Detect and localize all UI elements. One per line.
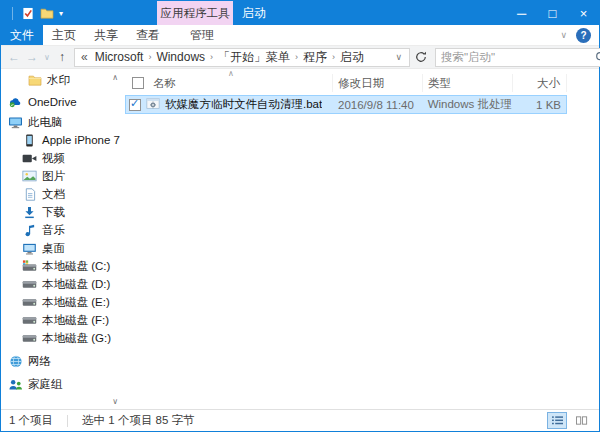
divider bbox=[12, 7, 13, 20]
selection-info: 选中 1 个项目 85 字节 bbox=[82, 413, 194, 428]
video-icon bbox=[22, 153, 37, 164]
properties-check-icon bbox=[22, 7, 34, 20]
sidebar-item[interactable]: 图片 bbox=[1, 167, 121, 185]
folder-icon bbox=[27, 74, 42, 86]
title-bar: ▾ 应用程序工具 启动 ─ □ × bbox=[1, 1, 599, 25]
contextual-tab-group-header: 应用程序工具 bbox=[157, 1, 233, 25]
large-icons-view-icon bbox=[575, 415, 588, 426]
sidebar-item-label: 图片 bbox=[42, 169, 65, 184]
sidebar-item-label: 本地磁盘 (F:) bbox=[42, 313, 109, 328]
breadcrumb-item[interactable]: 程序 bbox=[299, 49, 331, 66]
sidebar-item[interactable]: 本地磁盘 (D:) bbox=[1, 275, 121, 293]
breadcrumb-item[interactable]: 「开始」菜单 bbox=[214, 49, 294, 66]
back-button[interactable]: ← bbox=[5, 50, 23, 64]
item-count: 1 个项目 bbox=[9, 413, 53, 428]
refresh-icon bbox=[415, 51, 427, 63]
minimize-button[interactable]: ─ bbox=[506, 1, 537, 25]
breadcrumb-item[interactable]: Windows bbox=[152, 50, 209, 64]
forward-button[interactable]: → bbox=[23, 50, 41, 64]
column-header-1[interactable]: 修改日期 bbox=[333, 74, 423, 92]
refresh-button[interactable] bbox=[411, 48, 431, 67]
help-icon[interactable]: ? bbox=[576, 28, 591, 43]
sidebar-scroll-up-icon[interactable]: ∧ bbox=[112, 74, 118, 82]
address-bar[interactable]: «Microsoft›Windows›「开始」菜单›程序›启动 ∨ bbox=[74, 48, 410, 67]
qat-new-folder-button[interactable] bbox=[37, 3, 56, 23]
tab-manage[interactable]: 管理 bbox=[181, 25, 223, 45]
sidebar-item-label: 本地磁盘 (D:) bbox=[42, 277, 110, 292]
breadcrumb-item[interactable]: 启动 bbox=[336, 49, 368, 66]
sidebar-item-label: 此电脑 bbox=[28, 115, 63, 130]
ribbon-right-controls: ∨ ? bbox=[560, 25, 591, 45]
picture-icon bbox=[22, 170, 37, 182]
drive-icon bbox=[22, 316, 37, 325]
sidebar-item-label: 视频 bbox=[42, 151, 65, 166]
drive-icon bbox=[22, 280, 37, 289]
column-header-label: 修改日期 bbox=[338, 76, 384, 91]
navigation-pane: 水印OneDrive此电脑Apple iPhone 7视频图片文档下载音乐桌面本… bbox=[1, 69, 121, 409]
file-list-pane: ∧ 名称修改日期类型大小 软媒魔方临时文件自动清理.bat2016/9/8 11… bbox=[121, 69, 599, 409]
bat-file-icon bbox=[146, 97, 160, 113]
onedrive-icon bbox=[8, 96, 23, 108]
new-folder-icon bbox=[40, 7, 54, 19]
column-header-label: 名称 bbox=[153, 76, 176, 91]
close-button[interactable]: × bbox=[568, 1, 599, 25]
breadcrumb-overflow-icon[interactable]: « bbox=[78, 50, 91, 64]
expand-ribbon-chevron-icon[interactable]: ∨ bbox=[560, 30, 567, 40]
sidebar-item-label: OneDrive bbox=[28, 96, 77, 108]
sidebar-item[interactable]: 水印 bbox=[1, 71, 121, 89]
row-checkbox[interactable] bbox=[129, 99, 141, 111]
sidebar-item[interactable]: 本地磁盘 (C:) bbox=[1, 257, 121, 275]
column-header-3[interactable]: 大小 bbox=[513, 74, 567, 92]
sidebar-item[interactable]: 此电脑 bbox=[1, 113, 121, 131]
sidebar-item[interactable]: 本地磁盘 (E:) bbox=[1, 293, 121, 311]
up-button[interactable]: ↑ bbox=[53, 50, 71, 64]
file-name: 软媒魔方临时文件自动清理.bat bbox=[165, 97, 322, 112]
large-icons-view-button[interactable] bbox=[571, 412, 591, 429]
column-header-row: ∧ 名称修改日期类型大小 bbox=[125, 71, 599, 95]
breadcrumb-item[interactable]: Microsoft bbox=[91, 50, 148, 64]
tab-2[interactable]: 查看 bbox=[127, 25, 169, 45]
file-size: 1 KB bbox=[512, 99, 566, 111]
details-view-button[interactable] bbox=[547, 412, 567, 429]
tab-file[interactable]: 文件 bbox=[1, 25, 43, 45]
sidebar-scroll-down-icon[interactable]: ∨ bbox=[112, 398, 118, 406]
divider bbox=[67, 415, 68, 427]
file-rows: 软媒魔方临时文件自动清理.bat2016/9/8 11:40Windows 批处… bbox=[125, 95, 599, 114]
sidebar-item[interactable]: 网络 bbox=[1, 352, 121, 370]
qat-properties-button[interactable] bbox=[18, 3, 37, 23]
desktop-icon bbox=[22, 242, 37, 255]
sidebar-item-label: 音乐 bbox=[42, 223, 65, 238]
sidebar-item[interactable]: Apple iPhone 7 bbox=[1, 131, 121, 149]
sidebar-item[interactable]: 文档 bbox=[1, 185, 121, 203]
file-row[interactable]: 软媒魔方临时文件自动清理.bat2016/9/8 11:40Windows 批处… bbox=[125, 95, 567, 114]
sidebar-item-label: 网络 bbox=[28, 354, 51, 369]
sidebar-item[interactable]: 本地磁盘 (G:) bbox=[1, 329, 121, 347]
sidebar-item-label: 下载 bbox=[42, 205, 65, 220]
sidebar-item[interactable]: OneDrive bbox=[1, 93, 121, 111]
qat-customize-dropdown[interactable]: ▾ bbox=[59, 9, 63, 18]
view-toggle-buttons bbox=[547, 412, 591, 429]
sidebar-item-label: 文档 bbox=[42, 187, 65, 202]
sidebar-item[interactable]: 视频 bbox=[1, 149, 121, 167]
search-box[interactable] bbox=[435, 48, 600, 67]
maximize-button[interactable]: □ bbox=[537, 1, 568, 25]
sidebar-item[interactable]: 音乐 bbox=[1, 221, 121, 239]
drive-icon bbox=[22, 334, 37, 343]
tab-0[interactable]: 主页 bbox=[43, 25, 85, 45]
computer-icon bbox=[8, 116, 23, 129]
tab-1[interactable]: 共享 bbox=[85, 25, 127, 45]
column-header-2[interactable]: 类型 bbox=[423, 74, 513, 92]
address-dropdown-chevron-icon[interactable]: ∨ bbox=[391, 52, 406, 62]
phone-icon bbox=[22, 134, 37, 147]
sidebar-item[interactable]: 桌面 bbox=[1, 239, 121, 257]
sidebar-item[interactable]: 家庭组 bbox=[1, 375, 121, 393]
search-input[interactable] bbox=[441, 51, 595, 63]
sidebar-item[interactable]: 下载 bbox=[1, 203, 121, 221]
window-controls: ─ □ × bbox=[506, 1, 599, 25]
sidebar-item-label: 家庭组 bbox=[28, 377, 63, 392]
download-icon bbox=[22, 206, 37, 219]
sort-ascending-icon: ∧ bbox=[228, 69, 234, 78]
select-all-checkbox[interactable] bbox=[132, 77, 144, 89]
recent-locations-chevron-icon[interactable]: ∨ bbox=[41, 53, 53, 62]
sidebar-item[interactable]: 本地磁盘 (F:) bbox=[1, 311, 121, 329]
